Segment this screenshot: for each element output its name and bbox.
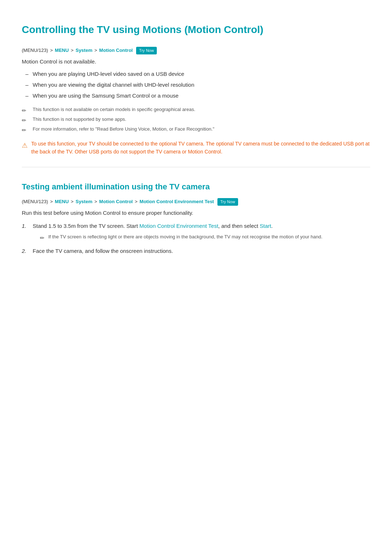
breadcrumb2-motion-control: Motion Control [99, 199, 132, 204]
step1-link2: Start [260, 223, 271, 229]
breadcrumb-section2: (MENU/123) > MENU > System > Motion Cont… [22, 198, 370, 206]
pencil-icon-1: ✏ [22, 106, 26, 115]
try-now-badge-1[interactable]: Try Now [136, 47, 157, 55]
step2-text: Face the TV camera, and follow the onscr… [33, 248, 173, 254]
page-title: Controlling the TV using Motions (Motion… [22, 22, 370, 38]
section-divider [22, 167, 370, 167]
step-number-2: 2. [22, 247, 26, 255]
step-2: 2. Face the TV camera, and follow the on… [22, 247, 370, 255]
step-number-1: 1. [22, 222, 26, 230]
warning-box: ⚠ To use this function, your TV should b… [22, 140, 370, 156]
breadcrumb2-menu123: (MENU/123) [22, 199, 48, 204]
breadcrumb-arrow3: > [94, 48, 97, 53]
note-item-1: ✏ This function is not available on cert… [22, 106, 370, 114]
step1-sub-note: ✏ If the TV screen is reflecting light o… [40, 233, 370, 242]
step1-text-after: , and then select [218, 223, 260, 229]
bullet-item-2: When you are viewing the digital channel… [22, 81, 370, 89]
bullet-list: When you are playing UHD-level video sav… [22, 70, 370, 100]
section1-intro: Motion Control is not available. [22, 57, 370, 66]
bullet-item-1: When you are playing UHD-level video sav… [22, 70, 370, 78]
note-item-3: ✏ For more information, refer to "Read B… [22, 126, 370, 133]
note-list: ✏ This function is not available on cert… [22, 106, 370, 133]
breadcrumb2-arrow1: > [50, 199, 53, 204]
warning-icon: ⚠ [22, 140, 28, 151]
pencil-icon-2: ✏ [22, 116, 26, 125]
breadcrumb2-env-test: Motion Control Environment Test [140, 199, 214, 204]
breadcrumb2-arrow2: > [71, 199, 74, 204]
breadcrumb2-system: System [75, 199, 92, 204]
breadcrumb2-arrow3: > [94, 199, 97, 204]
breadcrumb-menu123: (MENU/123) [22, 48, 48, 53]
breadcrumb-system: System [75, 48, 92, 53]
bullet-item-3: When you are using the Samsung Smart Con… [22, 91, 370, 100]
step1-text-before: Stand 1.5 to 3.5m from the TV screen. St… [33, 223, 139, 229]
step-1: 1. Stand 1.5 to 3.5m from the TV screen.… [22, 222, 370, 242]
note-item-2: ✏ This function is not supported by some… [22, 116, 370, 123]
breadcrumb-section1: (MENU/123) > MENU > System > Motion Cont… [22, 47, 370, 55]
step1-text-end: . [271, 223, 273, 229]
breadcrumb-motion-control: Motion Control [99, 48, 132, 53]
breadcrumb-arrow2: > [71, 48, 74, 53]
step1-sub-note-text: If the TV screen is reflecting light or … [48, 233, 322, 241]
ordered-steps: 1. Stand 1.5 to 3.5m from the TV screen.… [22, 222, 370, 255]
pencil-icon-sub: ✏ [40, 234, 45, 242]
try-now-badge-2[interactable]: Try Now [217, 198, 238, 206]
section2-title: Testing ambient illumination using the T… [22, 180, 370, 193]
warning-text: To use this function, your TV should be … [31, 140, 370, 156]
breadcrumb-menu: MENU [55, 48, 69, 53]
breadcrumb-arrow1: > [50, 48, 53, 53]
breadcrumb2-arrow4: > [135, 199, 138, 204]
section2-run-note: Run this test before using Motion Contro… [22, 209, 370, 217]
pencil-icon-3: ✏ [22, 126, 26, 135]
breadcrumb2-menu: MENU [55, 199, 69, 204]
step1-link1: Motion Control Environment Test [139, 223, 218, 229]
